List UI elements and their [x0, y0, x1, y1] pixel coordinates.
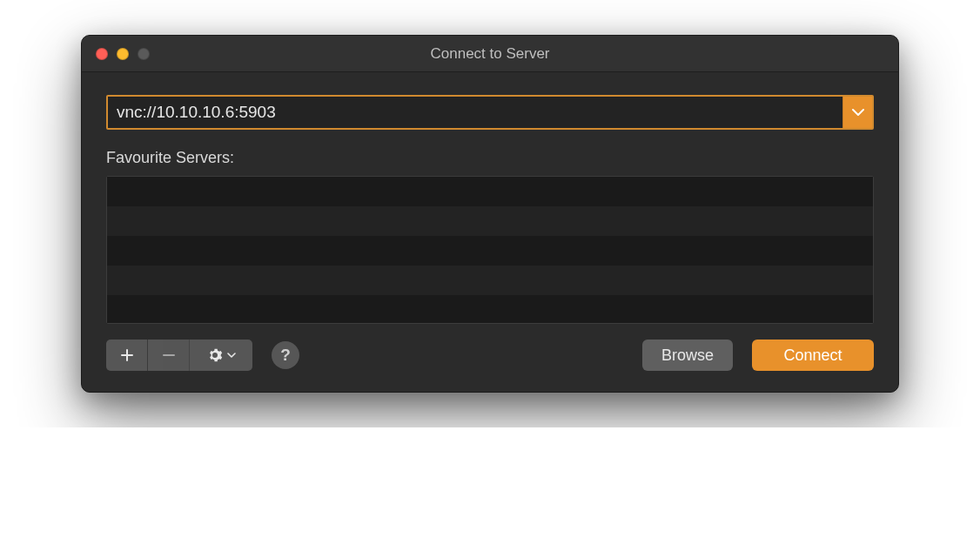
server-address-dropdown-button[interactable] [842, 97, 872, 128]
remove-favourite-button [148, 340, 190, 371]
server-address-input[interactable] [108, 97, 842, 128]
window-content: Favourite Servers: [82, 72, 898, 392]
window-zoom-button [138, 48, 150, 60]
list-row-empty [107, 177, 873, 206]
favourites-edit-group [106, 340, 252, 371]
connect-button-label: Connect [783, 346, 842, 365]
browse-button[interactable]: Browse [642, 340, 733, 371]
window-minimize-button[interactable] [117, 48, 129, 60]
server-address-combo [106, 95, 874, 130]
list-row-empty [107, 266, 873, 295]
add-favourite-button[interactable] [106, 340, 148, 371]
chevron-down-icon [852, 108, 864, 117]
connect-button[interactable]: Connect [752, 340, 874, 371]
browse-button-label: Browse [661, 346, 714, 365]
list-row-empty [107, 206, 873, 236]
titlebar: Connect to Server [82, 36, 898, 72]
favourite-servers-label: Favourite Servers: [106, 149, 874, 167]
connect-to-server-window: Connect to Server Favourite Servers: [81, 35, 899, 393]
help-icon: ? [280, 346, 291, 365]
bottom-toolbar: ? Browse Connect [106, 340, 874, 371]
action-menu-button[interactable] [190, 340, 252, 371]
list-row-empty [107, 236, 873, 266]
window-title: Connect to Server [82, 45, 898, 63]
minus-icon [162, 348, 176, 362]
chevron-down-icon [227, 353, 236, 359]
list-row-empty [107, 295, 873, 324]
gear-icon [207, 347, 223, 363]
help-button[interactable]: ? [272, 341, 299, 369]
traffic-lights [82, 48, 150, 60]
window-close-button[interactable] [96, 48, 108, 60]
favourite-servers-list[interactable] [106, 176, 874, 324]
plus-icon [120, 348, 134, 362]
